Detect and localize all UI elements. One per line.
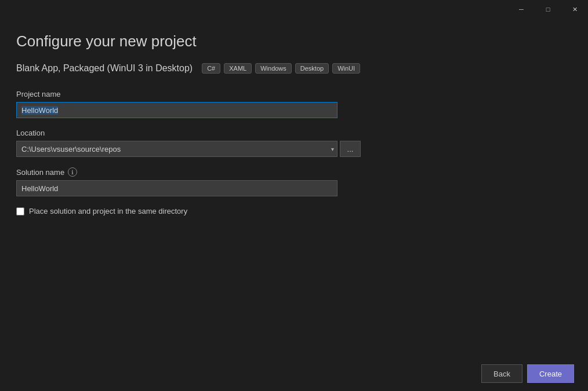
back-button[interactable]: Back bbox=[481, 364, 522, 383]
page-title: Configure your new project bbox=[16, 32, 572, 50]
close-button[interactable]: ✕ bbox=[561, 0, 588, 19]
project-type-name: Blank App, Packaged (WinUI 3 in Desktop) bbox=[16, 63, 193, 74]
tag-desktop: Desktop bbox=[295, 63, 329, 74]
tag-winui: WinUI bbox=[332, 63, 360, 74]
tag-xaml: XAML bbox=[224, 63, 252, 74]
maximize-button[interactable]: □ bbox=[535, 0, 561, 19]
bottom-bar: Back Create bbox=[0, 356, 588, 391]
title-bar: ─ □ ✕ bbox=[0, 0, 588, 19]
browse-button[interactable]: ... bbox=[340, 141, 361, 157]
location-group: Location ▾ ... bbox=[16, 129, 572, 157]
same-directory-row: Place solution and project in the same d… bbox=[16, 207, 572, 215]
minimize-button[interactable]: ─ bbox=[508, 0, 535, 19]
tag-windows: Windows bbox=[255, 63, 292, 74]
tag-csharp: C# bbox=[202, 63, 220, 74]
same-directory-label: Place solution and project in the same d… bbox=[29, 207, 187, 215]
solution-name-group: Solution name ℹ bbox=[16, 167, 572, 196]
solution-name-input[interactable] bbox=[16, 180, 337, 196]
main-content: Configure your new project Blank App, Pa… bbox=[0, 19, 588, 229]
project-name-group: Project name bbox=[16, 90, 572, 118]
location-input-wrap: ▾ bbox=[16, 141, 337, 157]
project-name-input[interactable] bbox=[16, 102, 337, 118]
project-type-row: Blank App, Packaged (WinUI 3 in Desktop)… bbox=[16, 63, 572, 74]
project-name-label: Project name bbox=[16, 90, 572, 98]
solution-name-label-row: Solution name ℹ bbox=[16, 167, 572, 177]
create-button[interactable]: Create bbox=[527, 364, 574, 383]
info-icon[interactable]: ℹ bbox=[68, 167, 77, 177]
location-label: Location bbox=[16, 129, 572, 137]
location-input[interactable] bbox=[16, 141, 337, 157]
location-row: ▾ ... bbox=[16, 141, 572, 157]
solution-name-label: Solution name bbox=[16, 168, 64, 177]
title-bar-controls: ─ □ ✕ bbox=[508, 0, 588, 19]
same-directory-checkbox[interactable] bbox=[16, 207, 24, 215]
